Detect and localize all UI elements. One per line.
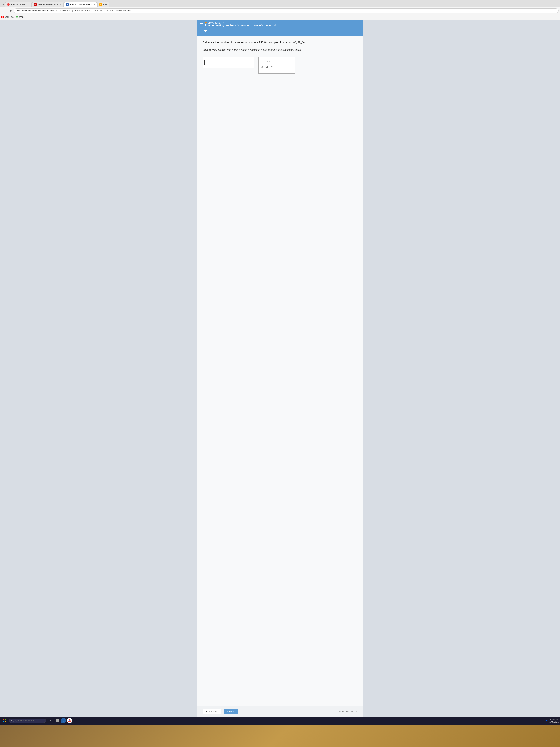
section-label-text: STOICHIOMETRY [208, 22, 224, 24]
back-button[interactable]: ‹ [1, 9, 4, 13]
taskbar-windows-icon[interactable] [54, 718, 60, 723]
orange-dot-icon [205, 22, 207, 24]
content-area: Calculate the number of hydrogen atoms i… [197, 36, 363, 706]
svg-point-10 [12, 720, 13, 721]
answer-row: ×10 ✕ ↺ ? [203, 57, 357, 74]
stoichiometry-label: STOICHIOMETRY [205, 22, 275, 24]
speaker-grille: // inline generation not needed, use CSS… [252, 733, 308, 739]
bottom-bar: Explanation Check © 2021 McGraw-Hill [197, 706, 363, 717]
tab-aleks-main[interactable]: A ALEKS - Lindsay Brooks ✕ [64, 2, 97, 7]
svg-rect-12 [56, 719, 57, 721]
bookmark-maps[interactable]: M Maps [16, 16, 24, 18]
scientific-notation-box: ×10 ✕ ↺ ? [258, 57, 295, 74]
taskbar-right: 10:42 AM 10/5/2021 [545, 719, 559, 723]
svg-rect-14 [56, 721, 57, 722]
copyright-text: © 2021 McGraw-Hill [339, 711, 357, 713]
laptop-body: // inline generation not needed, use CSS… [0, 725, 560, 747]
svg-rect-8 [3, 721, 4, 722]
aleks-header: STOICHIOMETRY Interconverting number of … [197, 20, 363, 29]
topic-title: Interconverting number of atoms and mass… [205, 24, 275, 27]
tab-aleks-chemistry[interactable]: ALEKs Chemistry ✕ [5, 2, 32, 7]
forward-button[interactable]: › [5, 9, 7, 13]
main-answer-input[interactable] [203, 57, 255, 68]
address-input[interactable]: www-awn.aleks.com/alekscgi/x/lsl.exe/1o_… [14, 8, 559, 13]
tab-mcgraw-close[interactable]: ✕ [60, 3, 61, 5]
bookmark-youtube-label: YouTube [5, 16, 14, 18]
start-button[interactable] [1, 718, 8, 724]
sci-clear-button[interactable]: ✕ [261, 66, 263, 69]
speaker-dots: // inline generation not needed, use CSS… [252, 733, 308, 739]
aleks2-favicon: A [66, 3, 69, 6]
refresh-button[interactable]: ↻ [9, 9, 12, 13]
bookmarks-bar: YouTube M Maps [0, 14, 560, 20]
instruction-text: Be sure your answer has a unit symbol if… [203, 48, 357, 52]
sci-base-input[interactable] [260, 59, 266, 64]
clock-time: 10:42 AM [550, 719, 559, 721]
dropbox-icon [545, 719, 548, 722]
tab-files-label: Files [103, 3, 107, 5]
tab-aleks-label: ALEKs Chemistry [10, 3, 26, 5]
svg-rect-7 [5, 719, 6, 720]
browser-chrome: ✕ ALEKs Chemistry ✕ Mc McGraw-Hill Educa… [0, 0, 560, 20]
bookmark-maps-label: Maps [19, 16, 24, 18]
files-favicon: ★ [100, 3, 102, 6]
taskbar-clock: 10:42 AM 10/5/2021 [550, 719, 559, 723]
svg-rect-15 [57, 721, 58, 722]
address-bar-row: ‹ › ↻ www-awn.aleks.com/alekscgi/x/lsl.e… [0, 7, 560, 14]
aleks-favicon [7, 3, 10, 6]
taskbar-search-bar[interactable] [9, 719, 46, 723]
question-text: Calculate the number of hydrogen atoms i… [203, 40, 357, 45]
tab-mcgraw[interactable]: Mc McGraw-Hill Education ✕ [32, 2, 63, 7]
search-icon [11, 720, 14, 722]
chevron-down-icon [204, 30, 207, 32]
expand-section [197, 29, 363, 36]
sci-controls: ✕ ↺ ? [260, 66, 293, 69]
x10-label: ×10 [267, 60, 270, 63]
taskbar-circle-icon[interactable]: ○ [48, 718, 53, 723]
taskbar-app-icons: ○ [48, 718, 72, 723]
tab-aleks-main-close[interactable]: ✕ [94, 3, 95, 5]
expand-button[interactable] [203, 29, 209, 33]
check-button[interactable]: Check [224, 709, 238, 714]
tab-aleks-main-label: ALEKS - Lindsay Brooks [70, 3, 92, 5]
mcgraw-favicon: Mc [34, 3, 37, 6]
hamburger-menu[interactable] [199, 23, 203, 25]
header-text: STOICHIOMETRY Interconverting number of … [205, 22, 275, 27]
taskbar: ○ [0, 717, 560, 725]
tab-close-left[interactable]: ✕ [1, 3, 5, 5]
svg-text:★: ★ [100, 4, 101, 5]
svg-line-11 [13, 721, 14, 722]
svg-rect-13 [57, 719, 58, 721]
tab-files[interactable]: ★ Files [98, 2, 109, 7]
taskbar-search-input[interactable] [15, 719, 41, 722]
text-cursor [205, 60, 205, 65]
taskbar-chrome-icon[interactable] [67, 718, 72, 723]
explanation-button[interactable]: Explanation [203, 709, 221, 714]
browser-content: STOICHIOMETRY Interconverting number of … [0, 20, 560, 717]
sci-exp-input[interactable] [271, 59, 275, 62]
clock-date: 10/5/2021 [550, 721, 559, 723]
formula-text: C10H16O [294, 41, 304, 44]
bookmark-youtube[interactable]: YouTube [1, 16, 14, 18]
page-container: STOICHIOMETRY Interconverting number of … [197, 20, 363, 717]
svg-text:M: M [17, 16, 18, 18]
sci-undo-button[interactable]: ↺ [266, 66, 268, 69]
tab-bar: ✕ ALEKs Chemistry ✕ Mc McGraw-Hill Educa… [0, 0, 560, 7]
sci-help-button[interactable]: ? [271, 66, 273, 69]
sci-notation-top: ×10 [260, 59, 293, 64]
taskbar-edge-icon[interactable] [61, 718, 66, 723]
tab-mcgraw-label: McGraw-Hill Education [37, 3, 58, 5]
tab-aleks-close[interactable]: ✕ [28, 3, 30, 5]
svg-rect-9 [5, 721, 6, 722]
svg-rect-6 [3, 719, 4, 720]
